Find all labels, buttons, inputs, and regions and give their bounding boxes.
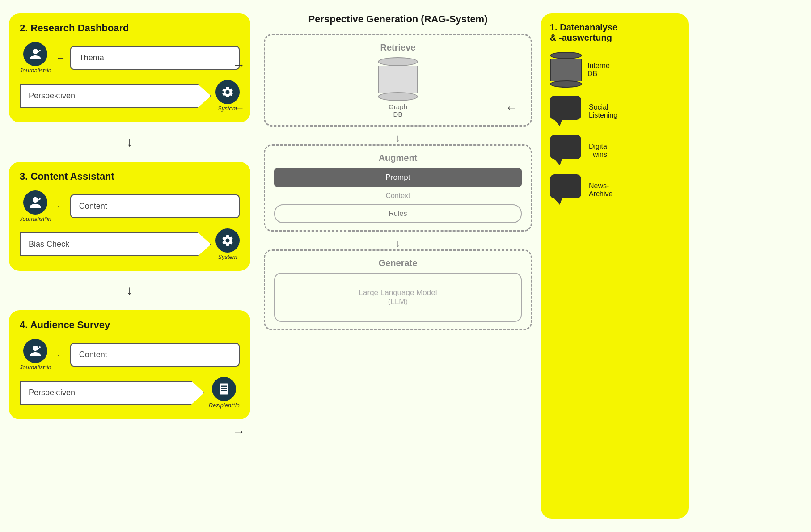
right-to-rag-arrow: ←	[505, 101, 518, 115]
digital-twins-label: DigitalTwins	[589, 143, 608, 159]
section-audience-survey: 4. Audience Survey Journalist*in	[9, 310, 250, 419]
social-listening-label: SocialListening	[589, 103, 617, 119]
arrow-augment-generate: ↓	[395, 237, 401, 249]
cylinder-body-graphdb	[378, 66, 418, 93]
social-listening-icon	[550, 96, 583, 127]
arrow-left-s3-1: ←	[56, 201, 66, 212]
arrow-retrieve-augment: ↓	[395, 132, 401, 144]
right-section-box: 1. Datenanalyse & -auswertung InterneDB	[541, 13, 689, 519]
down-arrow-s2-s3: ↓	[9, 136, 250, 148]
retrieve-section-row: Retrieve GraphDB	[264, 34, 532, 132]
rules-box: Rules	[274, 204, 522, 223]
section4-title: 4. Audience Survey	[20, 319, 240, 331]
dt-bubble-tail	[553, 158, 562, 165]
section3-title: 3. Content Assistant	[20, 171, 240, 182]
augment-title: Augment	[379, 153, 418, 163]
section-content-assistant: 3. Content Assistant Journalist*in	[9, 162, 250, 271]
gear-svg-s2	[221, 85, 234, 99]
svg-point-0	[39, 50, 41, 51]
gear-system-s3: System	[215, 228, 240, 260]
arrow-left-s2-1: ←	[56, 52, 66, 64]
journalist-label-s4: Journalist*in	[20, 364, 51, 371]
source-digital-twins: DigitalTwins	[550, 135, 680, 166]
journalist-avatar-s4	[23, 339, 47, 363]
augment-box: Augment Prompt Context Rules	[264, 144, 532, 232]
sl-bubble-tail	[553, 119, 562, 126]
context-label: Context	[385, 192, 410, 200]
journalist-icon-s3: Journalist*in	[20, 190, 51, 222]
journalist-label-s3: Journalist*in	[20, 215, 51, 222]
interne-db-label: InterneDB	[587, 62, 610, 78]
section4-rows: Journalist*in ← Content Perspektiven	[20, 339, 240, 409]
book-rezipient-s4: Rezipient*in	[209, 377, 240, 409]
journalist-label-s2: Journalist*in	[20, 67, 51, 74]
svg-point-2	[39, 346, 41, 348]
na-bubble-shape	[550, 174, 581, 198]
gear-icon-s3	[215, 228, 240, 253]
section2-rows: Journalist*in ← Thema Perspektiven	[20, 42, 240, 112]
s4-perspektiven-to-rag-arrow: →	[232, 425, 245, 439]
source-interne-db: InterneDB	[550, 52, 680, 88]
bias-check-box: Bias Check	[20, 232, 211, 256]
graph-db-label: GraphDB	[389, 103, 407, 118]
content-box-s4: Content	[70, 343, 240, 367]
retrieve-box: Retrieve GraphDB	[264, 34, 532, 127]
data-sources-list: InterneDB SocialListening Di	[550, 52, 680, 206]
thema-to-rag-arrow: →	[232, 58, 245, 72]
llm-box: Large Language Model (LLM)	[274, 273, 522, 322]
journalist-icon-s4: Journalist*in	[20, 339, 51, 371]
retrieve-title: Retrieve	[380, 42, 416, 53]
journalist-icon-s2: Journalist*in	[20, 42, 51, 74]
rag-title: Perspective Generation (RAG-System)	[308, 13, 487, 25]
right-title: 1. Datenanalyse & -auswertung	[550, 22, 680, 43]
perspektiven-box-s4: Perspektiven	[20, 381, 204, 405]
section3-rows: Journalist*in ← Content Bias Check	[20, 190, 240, 260]
left-panel: 2. Research Dashboard Journalist*in	[9, 13, 259, 519]
journalist-svg-s2	[29, 47, 42, 61]
perspektiven-box-s2: Perspektiven	[20, 84, 211, 108]
na-bubble-tail	[553, 198, 562, 205]
gear-svg-s3	[221, 234, 234, 247]
dt-bubble-shape	[550, 135, 581, 159]
section3-row1: Journalist*in ← Content	[20, 190, 240, 222]
sl-bubble-shape	[550, 96, 581, 120]
right-panel: 1. Datenanalyse & -auswertung InterneDB	[536, 13, 689, 519]
book-svg-s4	[217, 382, 231, 396]
journalist-svg-s4	[29, 344, 42, 358]
cylinder-top-graphdb	[378, 57, 418, 66]
interne-db-cylinder	[550, 52, 582, 88]
cylinder-bottom-graphdb	[378, 92, 418, 101]
down-arrow-s3-s4: ↓	[9, 284, 250, 297]
source-social-listening: SocialListening	[550, 96, 680, 127]
journalist-svg-s3	[29, 196, 42, 209]
arrow-left-s4-1: ←	[56, 349, 66, 361]
llm-label: Large Language Model (LLM)	[359, 288, 437, 306]
main-container: 2. Research Dashboard Journalist*in	[0, 0, 811, 532]
digital-twins-icon	[550, 135, 583, 166]
source-news-archive: News-Archive	[550, 174, 680, 206]
graph-db-cylinder: GraphDB	[378, 57, 418, 118]
section-research-dashboard: 2. Research Dashboard Journalist*in	[9, 13, 250, 122]
section2-row1: Journalist*in ← Thema	[20, 42, 240, 74]
journalist-avatar-s2	[23, 42, 47, 66]
generate-title: Generate	[379, 258, 418, 268]
svg-point-1	[39, 198, 41, 200]
section3-row2: Bias Check System	[20, 228, 240, 260]
middle-panel: Perspective Generation (RAG-System) Retr…	[259, 13, 536, 519]
generate-box: Generate Large Language Model (LLM)	[264, 249, 532, 330]
prompt-bar: Prompt	[274, 168, 522, 187]
system-label-s3: System	[218, 253, 237, 260]
book-icon-s4	[212, 377, 236, 401]
rag-to-perspektiven-arrow: ←	[232, 101, 245, 115]
section2-title: 2. Research Dashboard	[20, 22, 240, 34]
section2-row2: Perspektiven System	[20, 80, 240, 112]
news-archive-label: News-Archive	[589, 182, 612, 198]
rezipient-label-s4: Rezipient*in	[209, 402, 240, 409]
content-box-s3: Content	[70, 194, 240, 218]
thema-box: Thema	[70, 46, 240, 70]
news-archive-icon	[550, 174, 583, 206]
journalist-avatar-s3	[23, 190, 47, 215]
section4-row2: Perspektiven Rezipient*in	[20, 377, 240, 409]
section4-row1: Journalist*in ← Content	[20, 339, 240, 371]
